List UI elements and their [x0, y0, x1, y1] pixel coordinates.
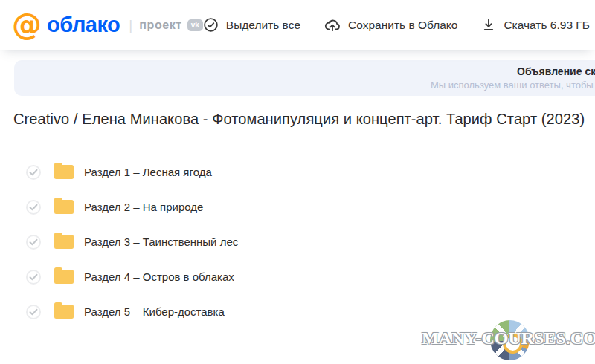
folder-icon	[54, 305, 74, 319]
select-all-button[interactable]: Выделить все	[203, 17, 300, 33]
header-actions: Выделить все Сохранить в Облако Скачать …	[203, 17, 590, 33]
logo-divider: |	[129, 17, 132, 33]
folder-label: Раздел 3 – Таинственный лес	[84, 235, 238, 248]
folder-row-5[interactable]: Раздел 5 – Кибер-доставка	[26, 294, 238, 329]
page-title: Creativo / Елена Минакова - Фотоманипуля…	[13, 111, 585, 128]
select-all-label: Выделить все	[226, 19, 300, 32]
vk-logo-icon: vk	[187, 19, 203, 31]
folder-checkbox[interactable]	[26, 305, 41, 319]
download-button[interactable]: Скачать 6.93 ГБ	[481, 17, 589, 33]
folder-icon	[54, 165, 74, 179]
folder-row-3[interactable]: Раздел 3 – Таинственный лес	[26, 224, 238, 259]
folder-icon	[54, 235, 74, 249]
download-icon	[481, 17, 496, 33]
folder-row-2[interactable]: Раздел 2 – На природе	[26, 189, 238, 224]
banner-title: Объявление скрыто	[517, 65, 595, 77]
folder-checkbox[interactable]	[26, 165, 41, 180]
folder-row-1[interactable]: Раздел 1 – Лесная ягода	[26, 155, 238, 189]
folder-label: Раздел 4 – Остров в облаках	[84, 270, 234, 283]
folder-list: Раздел 1 – Лесная ягода Раздел 2 – На пр…	[26, 155, 238, 329]
banner-subtitle: Мы используем ваши ответы, чтобы подбира…	[431, 79, 595, 91]
brand-name: облако	[47, 13, 120, 37]
mailru-at-icon: @	[12, 10, 42, 39]
folder-label: Раздел 5 – Кибер-доставка	[84, 305, 225, 318]
folder-checkbox[interactable]	[26, 200, 41, 215]
project-label: проект	[139, 19, 182, 32]
folder-checkbox[interactable]	[26, 235, 41, 250]
folder-icon	[54, 270, 74, 284]
folder-label: Раздел 1 – Лесная ягода	[84, 166, 212, 178]
watermark: MANY-COURSES.COM	[422, 318, 593, 364]
save-to-cloud-button[interactable]: Сохранить в Облако	[324, 17, 457, 33]
folder-label: Раздел 2 – На природе	[84, 201, 203, 213]
watermark-text: MANY-COURSES.COM	[422, 328, 593, 348]
save-to-cloud-label: Сохранить в Облако	[348, 19, 457, 32]
folder-row-4[interactable]: Раздел 4 – Остров в облаках	[26, 259, 238, 294]
folder-checkbox[interactable]	[26, 270, 41, 285]
cloud-logo[interactable]: @ облако | проект vk	[12, 11, 203, 39]
cloud-upload-icon	[324, 17, 341, 33]
download-label: Скачать 6.93 ГБ	[504, 19, 589, 32]
header: @ облако | проект vk Выделить все Сохран…	[0, 0, 595, 50]
check-circle-icon	[203, 17, 219, 33]
folder-icon	[54, 200, 74, 214]
ad-hidden-banner: Объявление скрыто Мы используем ваши отв…	[14, 60, 595, 96]
